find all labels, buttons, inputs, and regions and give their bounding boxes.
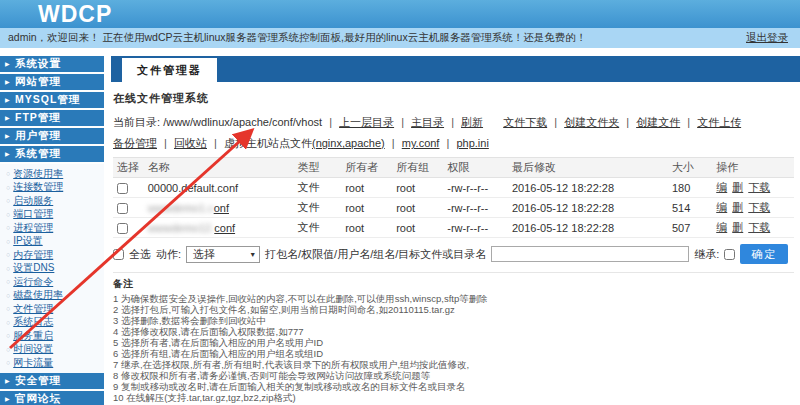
- sidebar-submenu-item[interactable]: ○ 服务重启: [5, 329, 104, 343]
- select-all-label: 全选: [129, 247, 151, 262]
- action-select[interactable]: 选择 ▼: [186, 246, 260, 263]
- confirm-button[interactable]: 确定: [740, 244, 788, 264]
- file-group: root: [392, 218, 443, 238]
- sidebar-menu-button[interactable]: ▶ FTP管理: [0, 110, 104, 126]
- file-size: 514: [668, 198, 712, 218]
- file-table-header-row: 选择名称类型所有者所有组权限最后修改大小操作: [113, 158, 794, 178]
- inherit-checkbox[interactable]: [724, 249, 735, 260]
- table-row: wwwdemo1.conf 文件 root root -rw-r--r-- 20…: [113, 198, 794, 218]
- backup-manage-link[interactable]: 备份管理: [113, 137, 157, 149]
- note-line: 1 为确保数据安全及误操作,回收站的内容,不可以在此删除,可以使用ssh,win…: [113, 293, 794, 304]
- edit-link[interactable]: 编: [716, 221, 727, 233]
- sidebar-submenu-item[interactable]: ○ 网卡流量: [5, 356, 104, 370]
- chevron-right-icon: ▶: [5, 78, 11, 85]
- parent-directory-link[interactable]: 上一层目录: [339, 116, 394, 128]
- sidebar-submenu-item[interactable]: ○ 文件管理: [5, 302, 104, 316]
- file-size: 507: [668, 218, 712, 238]
- row-checkbox[interactable]: [117, 203, 128, 214]
- recycle-bin-link[interactable]: 回收站: [174, 137, 207, 149]
- separator: |: [687, 116, 690, 128]
- sidebar-submenu-label: 资源使用率: [13, 167, 63, 181]
- refresh-link[interactable]: 刷新: [461, 116, 483, 128]
- note-line: 9 复制或移动或改名时,请在后面输入相关的复制或移动或改名的目标文件名或目录名: [113, 381, 794, 392]
- sidebar-menu-label: 系统设置: [15, 57, 61, 71]
- logout-link[interactable]: 退出登录: [746, 31, 788, 45]
- sidebar-submenu-item[interactable]: ○ 资源使用率: [5, 167, 104, 181]
- sidebar-submenu-item[interactable]: ○ 设置DNS: [5, 262, 104, 276]
- sidebar-menu-button[interactable]: ▶ 用户管理: [0, 128, 104, 144]
- sidebar-submenu-label: 时间设置: [13, 342, 53, 356]
- app-logo: WDCP: [38, 0, 112, 28]
- sidebar-submenu-item[interactable]: ○ 端口管理: [5, 208, 104, 222]
- sidebar-submenu-label: 设置DNS: [13, 261, 54, 275]
- table-row: wwwdemo12.conf 文件 root root -rw-r--r-- 2…: [113, 218, 794, 238]
- file-table-header-cell: 大小: [668, 158, 712, 178]
- sidebar-menu-button[interactable]: ▶ 系统管理: [0, 146, 104, 162]
- target-name-input[interactable]: [491, 246, 689, 262]
- edit-link[interactable]: 编: [716, 181, 727, 193]
- file-name[interactable]: 00000.default.conf: [148, 182, 239, 194]
- note-line: 4 选择修改权限,请在后面输入权限数据,如777: [113, 326, 794, 337]
- sidebar-submenu: ○ 资源使用率 ○ 连接数管理 ○ 启动服务 ○ 端口管理: [0, 164, 104, 373]
- row-checkbox[interactable]: [117, 223, 128, 234]
- sidebar-submenu-item[interactable]: ○ 磁盘使用率: [5, 289, 104, 303]
- content-area: 在线文件管理系统 当前目录: /www/wdlinux/apache/conf/…: [111, 82, 800, 405]
- delete-link[interactable]: 删: [732, 181, 743, 193]
- download-link[interactable]: 下载: [748, 181, 770, 193]
- sidebar-submenu-item[interactable]: ○ 进程管理: [5, 221, 104, 235]
- redacted-file-name: wwwdemo1.c: [148, 202, 214, 214]
- tab-file-manager[interactable]: 文件管理器: [122, 58, 217, 82]
- file-table: 选择名称类型所有者所有组权限最后修改大小操作 00000.default.con…: [113, 157, 794, 238]
- sidebar-submenu-item[interactable]: ○ 连接数管理: [5, 181, 104, 195]
- file-permissions: -rw-r--r--: [443, 178, 508, 198]
- edit-link[interactable]: 编: [716, 201, 727, 213]
- notes-list: 1 为确保数据安全及误操作,回收站的内容,不可以在此删除,可以使用ssh,win…: [113, 293, 794, 403]
- sidebar-submenu-item[interactable]: ○ IP设置: [5, 235, 104, 249]
- file-group: root: [392, 198, 443, 218]
- file-table-header-cell: 所有组: [392, 158, 443, 178]
- sidebar-menu-label: MYSQL管理: [15, 93, 80, 107]
- file-owner: root: [341, 178, 392, 198]
- separator: |: [626, 116, 629, 128]
- file-table-body: 00000.default.conf 文件 root root -rw-r--r…: [113, 178, 794, 238]
- sidebar-submenu-item[interactable]: ○ 系统日志: [5, 316, 104, 330]
- bullet-icon: ○: [6, 292, 10, 299]
- create-folder-link[interactable]: 创建文件夹: [564, 116, 619, 128]
- file-upload-link[interactable]: 文件上传: [697, 116, 741, 128]
- select-all-checkbox[interactable]: [113, 249, 124, 260]
- note-line: 6 选择所有组,请在后面输入相应的用户组名或组ID: [113, 348, 794, 359]
- delete-link[interactable]: 删: [732, 221, 743, 233]
- action-bar: 全选 动作: 选择 ▼ 打包名/权限值/用户名/组名/目标文件或目录名 继承: …: [113, 238, 794, 271]
- download-link[interactable]: 下载: [748, 221, 770, 233]
- file-name[interactable]: conf: [214, 222, 235, 234]
- sidebar-submenu-item[interactable]: ○ 运行命令: [5, 275, 104, 289]
- chevron-down-icon: ▼: [249, 251, 256, 258]
- sidebar-menu-button[interactable]: ▶ MYSQL管理: [0, 92, 104, 108]
- download-link[interactable]: 下载: [748, 201, 770, 213]
- sidebar-menu-button[interactable]: ▶ 官网论坛: [0, 391, 104, 405]
- separator: |: [329, 116, 332, 128]
- sidebar-submenu-label: 运行命令: [13, 275, 53, 289]
- myconf-link[interactable]: my.conf: [402, 137, 440, 149]
- sidebar: ▶ 系统设置 ▶ 网站管理 ▶ MYSQL管理 ▶ FTP管理: [0, 56, 104, 405]
- sidebar-submenu-label: 端口管理: [13, 207, 53, 221]
- sidebar-submenu-item[interactable]: ○ 内存管理: [5, 248, 104, 262]
- sidebar-submenu-item[interactable]: ○ 启动服务: [5, 194, 104, 208]
- sidebar-menu-button[interactable]: ▶ 系统设置: [0, 56, 104, 72]
- phpini-link[interactable]: php.ini: [456, 137, 488, 149]
- sidebar-menu-button[interactable]: ▶ 网站管理: [0, 74, 104, 90]
- file-download-link[interactable]: 文件下载: [503, 116, 547, 128]
- create-file-link[interactable]: 创建文件: [636, 116, 680, 128]
- delete-link[interactable]: 删: [732, 201, 743, 213]
- file-modified-time: 2016-05-12 18:22:28: [508, 218, 668, 238]
- bullet-icon: ○: [6, 251, 10, 258]
- sidebar-submenu-item[interactable]: ○ 时间设置: [5, 343, 104, 357]
- vhost-nginx-apache-link[interactable]: (nginx,apache): [312, 137, 385, 149]
- file-name[interactable]: onf: [214, 202, 229, 214]
- row-checkbox[interactable]: [117, 183, 128, 194]
- file-permissions: -rw-r--r--: [443, 198, 508, 218]
- bullet-icon: ○: [6, 359, 10, 366]
- sidebar-menu-label: 安全管理: [15, 374, 61, 388]
- sidebar-menu-button[interactable]: ▶ 安全管理: [0, 373, 104, 389]
- home-directory-link[interactable]: 主目录: [411, 116, 444, 128]
